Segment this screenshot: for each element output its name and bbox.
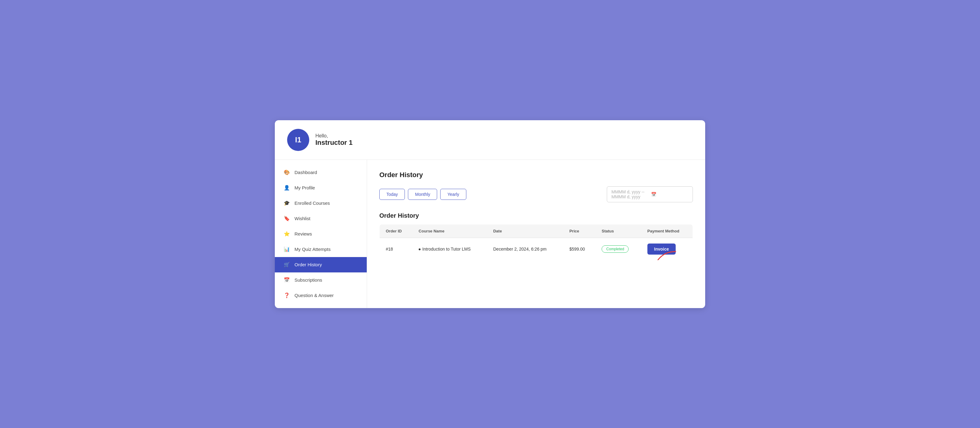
col-header-order-id: Order ID — [380, 224, 412, 238]
sidebar-label-enrolled-courses: Enrolled Courses — [294, 200, 330, 206]
sidebar-label-wishlist: Wishlist — [294, 216, 310, 221]
main-layout: 🎨 Dashboard 👤 My Profile 🎓 Enrolled Cour… — [275, 160, 705, 308]
sidebar-item-my-profile[interactable]: 👤 My Profile — [275, 180, 367, 196]
section-title: Order History — [379, 212, 693, 219]
sidebar-item-reviews[interactable]: ⭐ Reviews — [275, 226, 367, 242]
header: I1 Hello, Instructor 1 — [275, 120, 705, 160]
dashboard-icon: 🎨 — [283, 169, 290, 176]
quiz-attempts-icon: 📊 — [283, 246, 290, 253]
invoice-wrapper: Invoice — [648, 243, 676, 255]
col-header-status: Status — [595, 224, 641, 238]
cell-payment-method: Invoice — [641, 238, 693, 260]
course-name-text: Introduction to Tutor LMS — [422, 247, 471, 251]
filter-yearly-button[interactable]: Yearly — [440, 189, 466, 200]
sidebar: 🎨 Dashboard 👤 My Profile 🎓 Enrolled Cour… — [275, 160, 367, 308]
reviews-icon: ⭐ — [283, 231, 290, 237]
invoice-button[interactable]: Invoice — [648, 243, 676, 255]
avatar: I1 — [287, 129, 309, 151]
bullet-dot — [419, 248, 420, 250]
subscriptions-icon: 📅 — [283, 277, 290, 283]
sidebar-label-quiz-attempts: My Quiz Attempts — [294, 247, 331, 252]
sidebar-item-quiz-attempts[interactable]: 📊 My Quiz Attempts — [275, 242, 367, 257]
col-header-price: Price — [563, 224, 595, 238]
cell-price: $599.00 — [563, 238, 595, 260]
wishlist-icon: 🔖 — [283, 215, 290, 222]
content-area: Order History Today Monthly Yearly MMMM … — [367, 160, 705, 308]
filter-monthly-button[interactable]: Monthly — [408, 189, 437, 200]
calendar-icon: 📅 — [651, 192, 688, 197]
cell-status: Completed — [595, 238, 641, 260]
sidebar-label-subscriptions: Subscriptions — [294, 277, 322, 283]
cell-date: December 2, 2024, 6:26 pm — [487, 238, 563, 260]
order-table: Order ID Course Name Date Price Status P… — [379, 224, 693, 261]
sidebar-label-my-profile: My Profile — [294, 185, 315, 190]
sidebar-item-dashboard[interactable]: 🎨 Dashboard — [275, 165, 367, 180]
table-header: Order ID Course Name Date Price Status P… — [380, 224, 693, 238]
sidebar-item-subscriptions[interactable]: 📅 Subscriptions — [275, 272, 367, 288]
col-header-date: Date — [487, 224, 563, 238]
greeting-text: Hello, — [315, 133, 353, 138]
col-header-payment-method: Payment Method — [641, 224, 693, 238]
sidebar-label-order-history: Order History — [294, 262, 322, 267]
greeting-block: Hello, Instructor 1 — [315, 133, 353, 147]
user-name: Instructor 1 — [315, 138, 353, 147]
sidebar-item-order-history[interactable]: 🛒 Order History — [275, 257, 367, 272]
page-title: Order History — [379, 171, 693, 179]
status-badge: Completed — [601, 245, 628, 253]
table-row: #18 Introduction to Tutor LMS December 2… — [380, 238, 693, 260]
cell-order-id: #18 — [380, 238, 412, 260]
sidebar-label-dashboard: Dashboard — [294, 170, 317, 175]
sidebar-label-question-answer: Question & Answer — [294, 293, 334, 298]
date-range-input[interactable]: MMMM d, yyyy -- MMMM d, yyyy 📅 — [607, 186, 693, 202]
profile-icon: 👤 — [283, 185, 290, 191]
course-bullet: Introduction to Tutor LMS — [419, 247, 481, 251]
sidebar-item-wishlist[interactable]: 🔖 Wishlist — [275, 211, 367, 226]
sidebar-label-reviews: Reviews — [294, 231, 312, 236]
sidebar-item-enrolled-courses[interactable]: 🎓 Enrolled Courses — [275, 196, 367, 211]
filter-today-button[interactable]: Today — [379, 189, 405, 200]
main-card: I1 Hello, Instructor 1 🎨 Dashboard 👤 My … — [275, 120, 705, 308]
col-header-course-name: Course Name — [412, 224, 487, 238]
filter-bar: Today Monthly Yearly MMMM d, yyyy -- MMM… — [379, 186, 693, 202]
enrolled-courses-icon: 🎓 — [283, 200, 290, 207]
table-body: #18 Introduction to Tutor LMS December 2… — [380, 238, 693, 260]
date-range-placeholder: MMMM d, yyyy -- MMMM d, yyyy — [611, 189, 649, 199]
order-history-icon: 🛒 — [283, 261, 290, 268]
sidebar-item-question-answer[interactable]: ❓ Question & Answer — [275, 288, 367, 303]
question-answer-icon: ❓ — [283, 292, 290, 299]
cell-course-name: Introduction to Tutor LMS — [412, 238, 487, 260]
